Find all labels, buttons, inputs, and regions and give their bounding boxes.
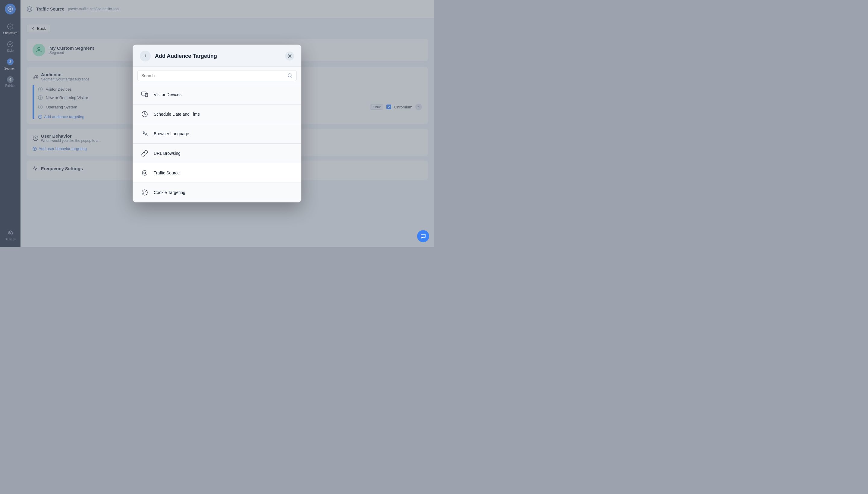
- modal-close-button[interactable]: [285, 52, 294, 60]
- svg-point-15: [144, 173, 145, 173]
- modal-item-url-browsing[interactable]: URL Browsing: [133, 144, 301, 163]
- svg-point-18: [145, 191, 146, 192]
- modal-item-browser-language[interactable]: Browser Language: [133, 124, 301, 144]
- cookie-targeting-item-label: Cookie Targeting: [154, 190, 185, 195]
- search-input-wrap: [137, 70, 297, 81]
- visitor-devices-item-label: Visitor Devices: [154, 92, 181, 97]
- url-browsing-item-label: URL Browsing: [154, 151, 181, 156]
- schedule-item-label: Schedule Date and Time: [154, 112, 200, 117]
- desktop-icon: [140, 90, 149, 99]
- browser-language-item-label: Browser Language: [154, 131, 189, 136]
- modal-items-list: Visitor Devices Schedule Date and Time B…: [133, 85, 301, 203]
- modal-item-schedule[interactable]: Schedule Date and Time: [133, 104, 301, 124]
- traffic-source-item-label: Traffic Source: [154, 170, 180, 175]
- clock-icon: [140, 109, 149, 119]
- cookie-icon: [140, 188, 149, 197]
- modal-overlay[interactable]: + Add Audience Targeting Visitor Devices: [0, 0, 434, 247]
- chat-button[interactable]: [417, 230, 429, 242]
- modal-item-traffic-source[interactable]: Traffic Source: [133, 163, 301, 183]
- modal-search-area: [133, 66, 301, 85]
- modal-title: Add Audience Targeting: [155, 53, 281, 59]
- translate-icon: [140, 129, 149, 138]
- modal-item-visitor-devices[interactable]: Visitor Devices: [133, 85, 301, 104]
- search-input[interactable]: [141, 73, 285, 78]
- modal-header: + Add Audience Targeting: [133, 44, 301, 66]
- svg-point-16: [142, 190, 147, 195]
- modal-item-cookie-targeting[interactable]: Cookie Targeting: [133, 183, 301, 203]
- svg-point-17: [144, 192, 144, 192]
- link-icon: [140, 149, 149, 158]
- search-icon: [287, 73, 293, 78]
- svg-point-19: [145, 193, 145, 193]
- chat-icon: [420, 233, 426, 239]
- modal-plus-icon: +: [140, 51, 151, 61]
- add-audience-modal: + Add Audience Targeting Visitor Devices: [133, 44, 301, 203]
- signal-icon: [140, 168, 149, 178]
- svg-point-20: [144, 193, 144, 194]
